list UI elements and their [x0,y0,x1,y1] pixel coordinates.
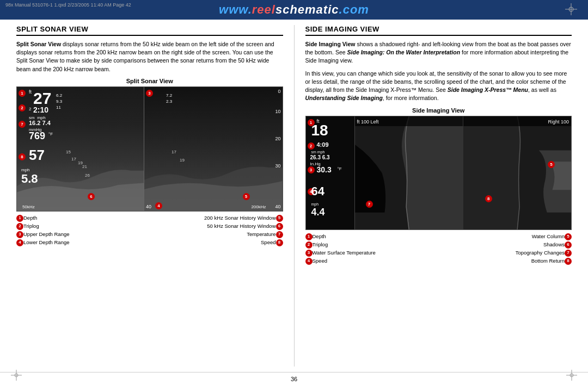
si-deg: °F [338,166,342,171]
range-40-left: 40 [146,204,151,209]
side-imaging-text2b: , as well as [528,86,556,93]
freq-label-200: 200kHz [251,204,266,209]
fish-marker-26: 26 [85,173,90,178]
side-imaging-bold1: Side Imaging View [305,41,356,47]
si-legend-left: 1 Depth 2 Triplog 3 Water Surface Temper… [305,233,436,265]
si-legend-1: 1 Depth [305,233,436,240]
si-badge-2: 2 [308,141,315,150]
split-sonar-title: SPLIT SONAR VIEW [16,25,283,36]
legend-item-4: 4 Lower Depth Range [16,239,147,246]
side-imaging-italic2: Side Imaging X-Press™ Menu [448,86,528,93]
logo-reel: reel [252,3,275,16]
split-sonar-bold: Split Sonar View [16,41,61,47]
range-20: 20 [275,136,280,141]
center-divider [294,25,295,367]
split-sonar-diagram-label: Split Sonar View [16,78,283,84]
sonar-left-overlay: 1 2 7 8 ft 27 [17,87,144,211]
legend-item-r5: 200 kHz Sonar History Window 5 [152,215,283,222]
fish-marker-15: 15 [66,150,71,154]
sonar-callout-5: 5 [243,192,250,200]
crosshair-top-right [565,3,577,15]
si-sm-mph: sm mph [311,150,325,154]
sonar-badge-8: 8 [19,152,26,160]
temp-display: 769 [29,131,45,142]
ft-label: ft [29,89,32,95]
legend-item-1: 1 Depth [16,215,147,222]
logo-schematic: schematic [275,3,339,16]
fish-r-19: 19 [180,158,185,163]
range-30: 30 [275,163,280,169]
sonar-right-overlay: 0 10 20 30 40 40 3 200kHz 4 [144,87,283,211]
si-badge-8-screen: 8 [485,194,492,202]
main-content: SPLIT SONAR VIEW Split Sonar View displa… [0,20,588,372]
logo-com: .com [339,3,369,16]
legend-item-r8: Speed 8 [152,239,283,246]
si-legend-2: 2 Triplog [305,241,436,249]
range-40-right: 40 [275,204,280,209]
sonar-screen: 1 2 7 8 ft 27 [16,86,283,212]
speed-val-display: 5.8 [21,172,38,186]
side-imaging-title: SIDE IMAGING VIEW [305,25,572,36]
side-imaging-screen: 1 ft 18 2 4:09 sm mph 26.3 6.3 [305,116,572,230]
si-legend-r8: Bottom Return 8 [441,258,572,265]
si-legend-r5: Water Column 5 [441,233,572,240]
side-imaging-italic3: Understanding Side Imaging [305,95,383,101]
triplog-display: 2:10 [33,105,48,114]
si-left-header: ft 100 Left [355,116,463,126]
side-imaging-right-view: Right 100 5 [463,116,571,229]
si-badge-3: 3 [308,165,315,173]
si-mph-label: mph [311,202,319,206]
triplog-icon-area: 2 [29,107,31,111]
sonar-badge-1: 1 [19,89,26,97]
sonar-small-numbers: 6.2 9.3 11 [56,92,62,111]
sonar-badge-7: 7 [19,120,26,128]
si-depth: 18 [311,123,328,138]
sonar-callout-6-left: 6 [88,192,95,200]
si-speeds: 26.3 6.3 [310,154,330,160]
side-imaging-left-view: ft 100 Left 6 [355,116,463,229]
si-badge-7-screen: 7 [366,200,373,208]
bottom-depth-display: 57 [29,147,45,164]
side-imaging-text2c: , for more information. [383,95,439,101]
sonar-legend-right: 200 kHz Sonar History Window 5 50 kHz So… [152,215,283,246]
right-panel: SIDE IMAGING VIEW Side Imaging View show… [305,25,572,367]
si-legend-right: Water Column 5 Shadows 6 Topography Chan… [441,233,572,265]
legend-item-r7: Temperature 7 [152,231,283,238]
side-imaging-desc1: Side Imaging View shows a shadowed right… [305,40,572,65]
fish-marker-21: 21 [82,164,87,169]
si-legend-3: 3 Water Surface Temperature [305,250,436,257]
page-number: 36 [291,376,297,382]
side-data-panel: 1 ft 18 2 4:09 sm mph 26.3 6.3 [306,116,355,229]
split-sonar-desc: Split Sonar View displays sonar returns … [16,40,283,73]
si-legend: 1 Depth 2 Triplog 3 Water Surface Temper… [305,233,572,265]
sonar-depth-display: 27 [33,90,51,107]
si-legend-r7: Topography Changes 7 [441,250,572,257]
sonar-badge-4: 4 [155,201,162,209]
si-terrain-left [355,116,463,229]
si-terrain-right [463,116,571,229]
side-screen-wrapper: 1 ft 18 2 4:09 sm mph 26.3 6.3 [305,116,572,230]
deg-label: °F [48,132,53,136]
si-val4: 64 [311,184,324,198]
range-0: 0 [278,89,280,94]
si-header-right: Right 100 [548,119,569,125]
sonar-right-numbers: 7.2 2.3 [166,92,172,104]
sonar-badge-2: 2 [19,103,26,111]
fish-marker-17: 17 [71,157,76,162]
freq-label-50: 50kHz [22,204,35,209]
left-panel: SPLIT SONAR VIEW Split Sonar View displa… [16,25,283,367]
top-banner: 98x Manual 531076-1 1.qxd 2/23/2005 11:4… [0,0,588,20]
page-footer: 36 [0,372,588,385]
si-right-header: Right 100 [463,116,571,126]
si-badge-5-screen: 5 [548,160,555,168]
si-legend-r6: Shadows 6 [441,241,572,249]
legend-item-3: 3 Upper Depth Range [16,231,147,238]
crosshair-bottom-right [566,370,577,382]
sonar-legend: 1 Depth 2 Triplog 3 Upper Depth Range 4 … [16,215,283,246]
si-speed-val: 4.4 [311,207,325,218]
si-legend-4: 4 Speed [305,258,436,265]
si-header-left: ft 100 Left [357,119,379,125]
legend-item-2: 2 Triplog [16,223,147,230]
side-imaging-italic1: Side Imaging: On the Water Interpretatio… [347,49,461,55]
si-val3: 30.3 [317,165,332,174]
